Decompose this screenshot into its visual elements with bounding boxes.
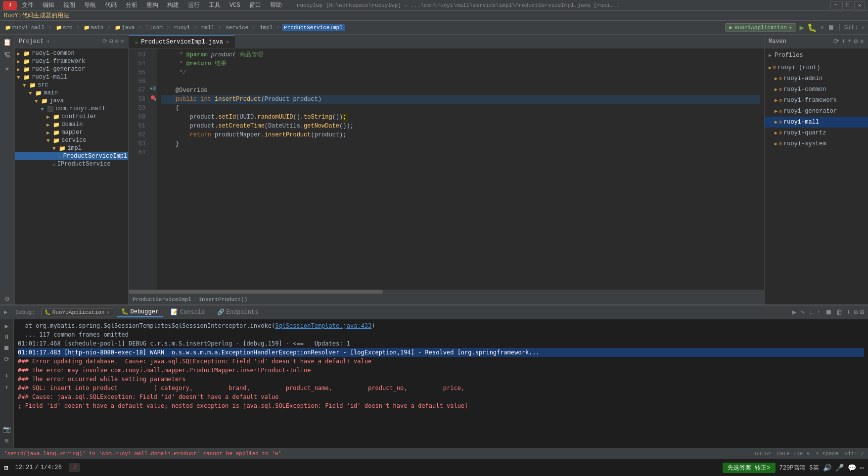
tray-vol[interactable]: 🔊 [823, 464, 831, 472]
maven-ruoyi-system[interactable]: ▶ m ruoyi-system [765, 138, 868, 149]
sidebar-gear[interactable]: ⚙ [115, 38, 119, 45]
profiles-row[interactable]: ▶ Profiles [765, 48, 868, 62]
tray-mic[interactable]: 🎤 [835, 464, 844, 472]
window-minimize[interactable]: ─ [830, 1, 841, 9]
menu-vcs[interactable]: VCS [226, 1, 244, 10]
bc-impl[interactable]: impl [258, 24, 274, 31]
code-content[interactable]: * @param product 商品管理 * @return 结果 */ [157, 48, 764, 290]
debug-session-close[interactable]: ✕ [106, 309, 109, 315]
menu-edit[interactable]: 编辑 [39, 0, 58, 10]
tab-productserviceimpl[interactable]: ☕ ProductServiceImpl.java ✕ [129, 35, 235, 48]
window-close[interactable]: ✕ [854, 1, 865, 9]
maven-plus[interactable]: + [848, 37, 852, 45]
maven-ruoyi-mall[interactable]: ▶ m ruoyi-mall [765, 117, 868, 128]
run-button[interactable]: ▶ [799, 23, 804, 33]
coverage-button[interactable]: ⚡ [820, 23, 824, 32]
debug-expand[interactable]: ⊞ [860, 308, 864, 316]
debug-run-button[interactable]: 🐛 [807, 23, 817, 33]
maven-ruoyi-root[interactable]: ▶ m ruoyi (root) [765, 62, 868, 73]
dl-pause[interactable]: ⏸ [2, 333, 11, 342]
maven-ruoyi-common[interactable]: ▶ m ruoyi-common [765, 84, 868, 95]
tree-controller[interactable]: ▶ 📁 controller [15, 113, 128, 121]
structure-icon[interactable]: 🏗 [2, 50, 12, 61]
tree-src[interactable]: ▼ 📁 src [15, 81, 128, 89]
bc-com[interactable]: ⬛ com [144, 24, 165, 31]
maven-ruoyi-quartz[interactable]: ▶ m ruoyi-quartz [765, 128, 868, 138]
favorites-icon[interactable]: ★ [3, 63, 10, 74]
menu-help[interactable]: 帮助 [266, 0, 286, 10]
debug-stop[interactable]: ⏹ [824, 307, 833, 317]
sidebar-collapse[interactable]: ⊟ [109, 38, 113, 45]
menu-tools[interactable]: 工具 [205, 0, 225, 10]
start-button[interactable]: ⊞ [4, 464, 8, 472]
ebc-class[interactable]: ProductServiceImpl [133, 297, 191, 303]
debug-scroll[interactable]: ⬇ [846, 307, 852, 317]
tree-domain[interactable]: ▶ 📁 domain [15, 121, 128, 129]
bc-ruoyi-mall[interactable]: 📁 ruoyi-mall [3, 24, 46, 31]
tab-endpoints[interactable]: 🔗 Endpoints [213, 307, 263, 317]
tree-iproductservice[interactable]: ☕ IProductService [15, 160, 128, 168]
menu-navigate[interactable]: 导航 [80, 0, 100, 10]
tab-console[interactable]: 📝 Console [167, 307, 209, 317]
maven-download[interactable]: ⬇ [841, 37, 845, 45]
debug-console[interactable]: at org.mybatis.spring.SqlSessionTemplate… [14, 319, 868, 448]
tab-debugger[interactable]: 🐛 Debugger [117, 307, 163, 317]
dl-camera[interactable]: 📷 [2, 425, 12, 434]
debug-resume[interactable]: ▶ [791, 307, 797, 317]
log-link-1[interactable]: SqlSessionTemplate.java:433 [275, 322, 371, 329]
tree-main[interactable]: ▼ 📁 main [15, 89, 128, 97]
bc-ruoyi[interactable]: ruoyi [172, 24, 192, 31]
sidebar-sync[interactable]: ⟳ [102, 38, 107, 45]
bc-main[interactable]: 📁 main [82, 24, 105, 31]
window-maximize[interactable]: □ [842, 1, 853, 9]
menu-code[interactable]: 代码 [101, 0, 121, 10]
stop-button[interactable]: ⏹ [827, 24, 834, 32]
debug-step-into[interactable]: ↓ [808, 307, 814, 317]
maven-ruoyi-generator[interactable]: ▶ m ruoyi-generator [765, 106, 868, 117]
menu-refactor[interactable]: 重构 [142, 0, 162, 10]
bc-src[interactable]: 📁 src [54, 24, 75, 31]
debug-run-icon[interactable]: ▶ [4, 308, 7, 316]
maven-gear[interactable]: ⚙ [854, 37, 858, 45]
menu-build[interactable]: 构建 [163, 0, 183, 10]
tree-productserviceimpl[interactable]: ☕ ProductServiceImpl [15, 152, 128, 160]
dl-stop[interactable]: ⏹ [2, 344, 11, 353]
dl-down[interactable]: ⬇ [4, 371, 10, 381]
bc-java[interactable]: 📁 java [113, 24, 137, 31]
tree-ruoyi-mall[interactable]: ▼ 📁 ruoyi-mall [15, 73, 128, 81]
bc-productserviceimpl[interactable]: ProductServiceImpl [282, 24, 345, 31]
tree-ruoyi-generator[interactable]: ▶ 📁 ruoyi-generator [15, 65, 128, 73]
horizontal-scrollbar[interactable] [129, 290, 764, 294]
menu-window[interactable]: 窗口 [245, 0, 265, 10]
tree-com-ruoyi-mall[interactable]: ▼ ⬛ com.ruoyi.mall [15, 105, 128, 113]
dl-up[interactable]: ⬆ [4, 383, 10, 392]
run-config[interactable]: ▶ RuoYiApplication ▾ [725, 23, 797, 32]
debug-settings[interactable]: ⚙ [854, 308, 858, 316]
sidebar-dropdown[interactable]: ▾ [46, 39, 49, 44]
maven-ruoyi-admin[interactable]: ▶ m ruoyi-admin [765, 73, 868, 84]
menu-analyze[interactable]: 分析 [122, 0, 141, 10]
debug-session-tab[interactable]: 🐛 RuoYiApplication ✕ [41, 308, 113, 316]
bc-service[interactable]: service [224, 24, 250, 31]
dl-run[interactable]: ▶ [4, 321, 10, 331]
sidebar-close[interactable]: ✕ [121, 38, 124, 45]
taskbar-ime[interactable]: S英 [809, 464, 819, 472]
debug-clear[interactable]: 🗑 [835, 307, 844, 317]
tree-java[interactable]: ▼ 📁 java [15, 97, 128, 105]
tree-mapper[interactable]: ▶ 📁 mapper [15, 129, 128, 136]
taskbar-app-item[interactable]: J [69, 463, 80, 472]
taskbar-convert-btn[interactable]: 先选答案 转正> [723, 463, 775, 473]
tray-more[interactable]: ⋯ [860, 464, 864, 472]
tree-ruoyi-common[interactable]: ▶ 📁 ruoyi-common [15, 49, 128, 57]
dl-restart[interactable]: ⟳ [3, 354, 10, 364]
menu-file[interactable]: 文件 [18, 0, 38, 10]
tree-impl[interactable]: ▼ 📁 impl [15, 144, 128, 152]
tree-service[interactable]: ▼ 📁 service [15, 136, 128, 144]
maven-ruoyi-framework[interactable]: ▶ m ruoyi-framework [765, 95, 868, 106]
scrollbar-thumb[interactable] [129, 290, 383, 294]
tree-ruoyi-framework[interactable]: ▶ 📁 ruoyi-framework [15, 57, 128, 65]
bc-mall[interactable]: mall [199, 24, 216, 31]
taskbar-time[interactable]: 12:21 / 1/4:26 [12, 463, 64, 472]
menu-run[interactable]: 运行 [184, 0, 204, 10]
settings-icon[interactable]: ⚙ [3, 293, 10, 304]
